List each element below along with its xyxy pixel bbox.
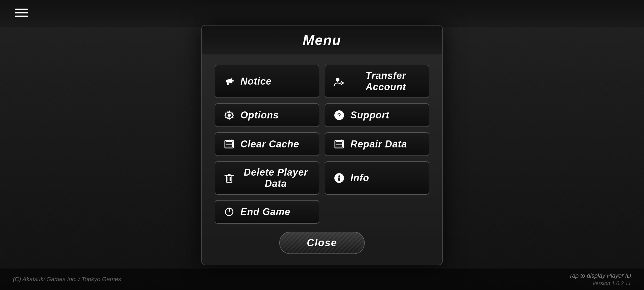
- info-label: Info: [350, 172, 369, 184]
- close-button[interactable]: Close: [279, 232, 364, 254]
- modal-header: Menu: [202, 26, 442, 55]
- svg-point-1: [232, 80, 234, 82]
- transfer-icon: [333, 75, 346, 88]
- svg-rect-7: [226, 142, 232, 147]
- bottom-right: Tap to display Player ID Version 1.0.3.1…: [569, 272, 631, 287]
- svg-text:?: ?: [337, 112, 341, 119]
- clear-cache-icon: [223, 138, 236, 151]
- info-button[interactable]: i Info: [325, 161, 429, 195]
- support-button[interactable]: ? Support: [325, 103, 429, 127]
- notice-button[interactable]: Notice: [215, 65, 319, 98]
- close-label: Close: [307, 237, 337, 248]
- svg-rect-11: [336, 142, 342, 147]
- modal-overlay: Menu Notice: [0, 0, 644, 290]
- menu-modal: Menu Notice: [201, 25, 443, 265]
- svg-rect-21: [338, 177, 340, 181]
- clear-cache-label: Clear Cache: [240, 139, 299, 150]
- support-label: Support: [350, 110, 389, 121]
- megaphone-icon: [223, 75, 236, 88]
- end-game-label: End Game: [240, 206, 290, 218]
- transfer-account-label: Transfer Account: [350, 70, 421, 93]
- repair-icon: [333, 138, 346, 151]
- trash-icon: [223, 172, 236, 184]
- repair-data-label: Repair Data: [350, 139, 407, 150]
- end-game-button[interactable]: End Game: [215, 200, 319, 224]
- close-row: Close: [202, 232, 442, 254]
- clear-cache-button[interactable]: Clear Cache: [215, 132, 319, 156]
- version-text: Version 1.0.3.11: [592, 280, 631, 287]
- tap-player-id[interactable]: Tap to display Player ID: [569, 272, 631, 279]
- info-icon: i: [333, 172, 346, 184]
- modal-title: Menu: [202, 32, 442, 48]
- question-icon: ?: [333, 109, 346, 122]
- delete-player-data-label: Delete Player Data: [240, 167, 311, 189]
- delete-player-data-button[interactable]: Delete Player Data: [215, 161, 319, 195]
- repair-data-button[interactable]: Repair Data: [325, 132, 429, 156]
- options-button[interactable]: Options: [215, 103, 319, 127]
- transfer-account-button[interactable]: Transfer Account: [325, 65, 429, 98]
- bottom-bar: (C) Akatsuki Games Inc. / Topkyo Games T…: [0, 269, 644, 290]
- power-icon: [223, 205, 236, 218]
- notice-label: Notice: [240, 76, 272, 87]
- gear-icon: [223, 109, 236, 122]
- copyright-text: (C) Akatsuki Games Inc. / Topkyo Games: [13, 276, 121, 283]
- svg-point-2: [336, 78, 339, 82]
- modal-body: Notice Transfer Account: [202, 55, 442, 229]
- svg-point-22: [338, 175, 340, 177]
- hamburger-menu[interactable]: [15, 9, 28, 17]
- options-label: Options: [240, 110, 279, 121]
